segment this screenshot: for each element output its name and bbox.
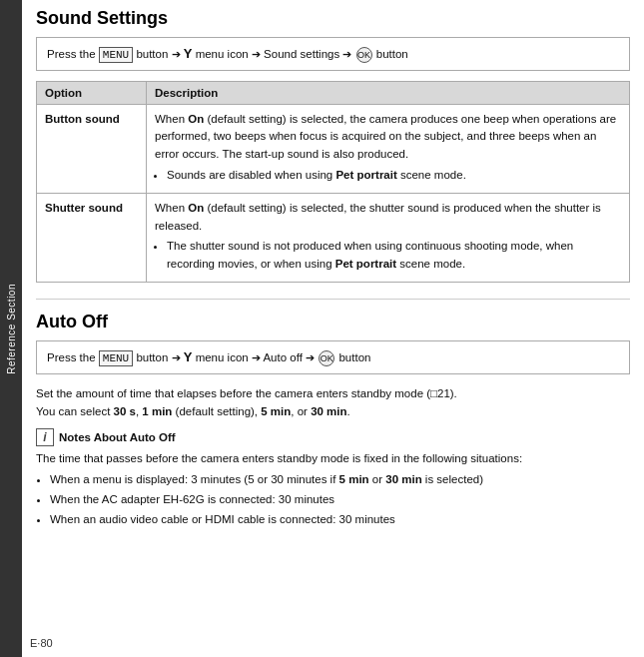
bold-30s: 30 s [114, 405, 136, 417]
section-divider [36, 299, 630, 300]
table-row: Shutter sound When On (default setting) … [37, 193, 630, 282]
list-item: The shutter sound is not produced when u… [167, 238, 621, 274]
bold-1min: 1 min [142, 405, 172, 417]
ok-icon-2: OK [319, 350, 334, 366]
notes-box: i Notes About Auto Off The time that pas… [36, 428, 630, 529]
menu-key: MENU [99, 47, 133, 63]
bold-5min: 5 min [261, 405, 291, 417]
list-item: When a menu is displayed: 3 minutes (5 o… [50, 470, 630, 488]
auto-off-title: Auto Off [36, 312, 630, 332]
bold-5min-note: 5 min [339, 473, 369, 485]
option-shutter-sound: Shutter sound [37, 193, 147, 282]
notes-header: i Notes About Auto Off [36, 428, 630, 446]
page-number: E∙80 [30, 637, 53, 649]
col-description: Description [147, 81, 630, 104]
sound-settings-instruction: Press the MENU button ➔ Y menu icon ➔ So… [36, 37, 630, 71]
bold-pet-portrait-2: Pet portrait [335, 258, 396, 270]
option-button-sound: Button sound [37, 104, 147, 193]
bold-on-1: On [188, 113, 204, 125]
sidebar: Reference Section [0, 0, 22, 657]
table-row: Button sound When On (default setting) i… [37, 104, 630, 193]
notes-text: The time that passes before the camera e… [36, 449, 630, 529]
notes-icon: i [36, 428, 54, 446]
list-item: When an audio video cable or HDMI cable … [50, 510, 630, 528]
notes-intro: The time that passes before the camera e… [36, 452, 522, 464]
notes-title: Notes About Auto Off [59, 431, 176, 443]
list-item: Sounds are disabled when using Pet portr… [167, 167, 621, 185]
col-option: Option [37, 81, 147, 104]
sound-settings-title: Sound Settings [36, 8, 630, 29]
auto-off-body: Set the amount of time that elapses befo… [36, 384, 630, 421]
menu-key-2: MENU [99, 350, 133, 366]
bold-30min: 30 min [311, 405, 346, 417]
bold-pet-portrait-1: Pet portrait [335, 169, 396, 181]
list-item: When the AC adapter EH-62G is connected:… [50, 490, 630, 508]
bold-30min-note: 30 min [385, 473, 421, 485]
desc-shutter-sound: When On (default setting) is selected, t… [147, 193, 630, 282]
bold-on-2: On [188, 202, 204, 214]
sound-settings-table: Option Description Button sound When On … [36, 81, 630, 284]
auto-off-instruction: Press the MENU button ➔ Y menu icon ➔ Au… [36, 340, 630, 374]
desc-button-sound: When On (default setting) is selected, t… [147, 104, 630, 193]
sidebar-label: Reference Section [6, 284, 17, 374]
y-menu-icon-2: Y [184, 349, 193, 364]
y-menu-icon: Y [184, 46, 193, 61]
ok-icon: OK [356, 47, 372, 63]
main-content: Sound Settings Press the MENU button ➔ Y… [22, 0, 644, 657]
